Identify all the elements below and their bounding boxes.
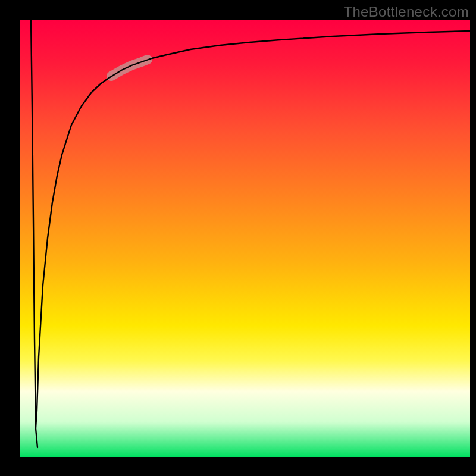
bottleneck-curve <box>0 0 476 476</box>
curve-path <box>31 20 470 447</box>
chart-container: TheBottleneck.com <box>0 0 476 476</box>
watermark-text: TheBottleneck.com <box>343 4 469 20</box>
